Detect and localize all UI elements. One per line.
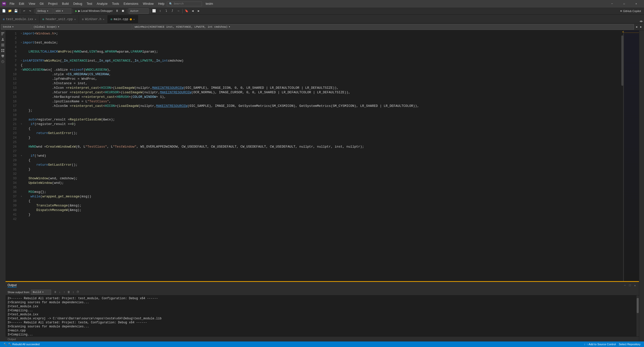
output-maximize-button[interactable]: □ (628, 283, 632, 287)
toolbar-sep-2 (34, 9, 34, 13)
global-scope-dropdown[interactable]: (Global Scope) ▾ (32, 24, 132, 30)
toolbar-btn-8[interactable]: ⤵ (164, 8, 169, 14)
tab-main-cpp[interactable]: ⊞ main.cpp ✕ (108, 15, 138, 23)
function-scope-dropdown[interactable]: wWinMain(HINSTANCE inst, HINSTANCE, LPWS… (133, 24, 634, 30)
github-copilot-button[interactable]: ⊛ GitHub Copilot (618, 9, 643, 13)
output-toolbar-btn-3[interactable]: ↑ (62, 290, 66, 294)
tab-close-icon[interactable]: ✕ (133, 18, 135, 21)
output-toolbar-btn-4[interactable]: 🗑 (67, 290, 71, 294)
project-scope-dropdown[interactable]: testm ▾ (1, 24, 31, 30)
editor-vertical-scrollbar[interactable] (620, 30, 624, 281)
bookmark-button[interactable]: 🔖 (184, 8, 189, 14)
code-line-32 (19, 172, 620, 176)
solution-explorer-icon[interactable] (0, 31, 5, 36)
select-repository-button[interactable]: Select Repository (617, 341, 642, 347)
add-to-source-control-button[interactable]: ↑ ↑ Add to Source Control (583, 341, 617, 347)
prev-bookmark-button[interactable]: ◀ (190, 8, 195, 14)
menu-window[interactable]: Window (141, 2, 156, 6)
output-tab[interactable]: Output (8, 283, 17, 287)
pause-button[interactable]: ⏸ (114, 8, 120, 14)
save-button[interactable]: 💾 (13, 8, 19, 14)
minimize-button[interactable]: ─ (606, 0, 618, 8)
output-toolbar-btn-2[interactable]: ↓ (58, 290, 62, 294)
toolbar-btn-7[interactable]: ↕ (157, 8, 163, 14)
toolbar-btn-9[interactable]: ⤴ (170, 8, 175, 14)
toolbar-btn-6[interactable]: ⬜ (151, 8, 157, 14)
code-text-area[interactable]: ▾ import <Windows.h>; ▾ import test_modu… (19, 30, 620, 281)
toolbar-sep-1 (20, 9, 20, 13)
output-scrollbar-thumb[interactable] (637, 298, 639, 313)
output-panel-header: Output ─ □ ✕ (6, 282, 639, 289)
output-source-dropdown[interactable]: Build ▾ (31, 290, 51, 295)
scope-prev-button[interactable]: ◀ (634, 24, 638, 30)
menu-view[interactable]: View (27, 2, 37, 6)
scroll-right-icon[interactable]: ▶ (641, 19, 643, 23)
scope-next-button[interactable]: ▶ (639, 24, 643, 30)
class-view-icon[interactable] (0, 54, 5, 59)
menu-analyze[interactable]: Analyze (95, 2, 110, 6)
menu-build[interactable]: Build (60, 2, 71, 6)
output-toolbar-btn-6[interactable]: ⏱ (76, 290, 80, 294)
tab-winuser-h[interactable]: ⊞ WinUser.h ✕ (79, 15, 108, 23)
tab-close-icon[interactable]: ✕ (103, 18, 104, 21)
open-button[interactable]: 📁 (7, 8, 13, 14)
menu-file[interactable]: File (8, 2, 16, 6)
code-line-1: ▾ import <Windows.h>; (19, 31, 620, 36)
code-line-33: ShowWindow (wnd, cmdshow); (19, 176, 620, 181)
build-status-item[interactable]: 🔨 🔨 Rebuild All succeeded (2, 341, 41, 347)
tab-close-icon[interactable]: ✕ (74, 18, 76, 21)
run-button[interactable]: ▶ ▶ Local Windows Debugger (74, 9, 114, 13)
fold-arrow[interactable]: ▾ (21, 122, 22, 126)
build-icon: 🔨 (4, 343, 7, 346)
restore-button[interactable]: ☐ (618, 0, 630, 8)
toolbar-btn-10[interactable]: → (176, 8, 181, 14)
fold-arrow[interactable]: ▾ (21, 59, 22, 63)
scrollbar-thumb[interactable] (621, 35, 623, 86)
redo-button[interactable]: ↪ (27, 8, 33, 14)
chevron-down-icon: ▾ (137, 9, 139, 13)
output-content-area: 2>------ Rebuild All started: Project: t… (6, 295, 636, 336)
close-button[interactable]: ✕ (630, 0, 642, 8)
svg-rect-2 (1, 35, 3, 35)
output-toolbar-btn-5[interactable]: ↕ (71, 290, 75, 294)
next-bookmark-button[interactable]: ▶ (196, 8, 202, 14)
tab-test-module-ixx[interactable]: ⊞ test_module.ixx ✕ (0, 15, 39, 23)
auto-dropdown[interactable]: Auto ▾ (129, 8, 149, 14)
menu-tools[interactable]: Tools (110, 2, 121, 6)
new-file-button[interactable]: 📄 (1, 8, 7, 14)
output-minimize-button[interactable]: ─ (623, 283, 627, 287)
tab-header-unit-cpp[interactable]: ⊞ header_unit.cpp ✕ (39, 15, 79, 23)
output-line: 3>Compiling... (8, 333, 634, 336)
resource-view-icon[interactable] (0, 48, 5, 53)
fold-arrow[interactable]: ▾ (21, 40, 22, 45)
output-close-button[interactable]: ✕ (633, 283, 637, 287)
properties-icon[interactable] (0, 42, 5, 48)
search-box[interactable]: 🔍 Search (167, 2, 202, 6)
stop-button[interactable]: ⏹ (120, 8, 126, 14)
output-panel-controls: ─ □ ✕ (623, 283, 637, 287)
config-dropdown[interactable]: Debug ▾ (36, 8, 53, 14)
output-vertical-scrollbar[interactable] (636, 295, 639, 336)
tab-close-icon[interactable]: ✕ (35, 18, 36, 21)
menu-debug[interactable]: Debug (71, 2, 84, 6)
menu-help[interactable]: Help (156, 2, 167, 6)
fold-arrow[interactable]: ▾ (21, 154, 22, 158)
platform-dropdown[interactable]: x64 ▾ (54, 8, 71, 14)
code-line-30: return GetLastError (); (19, 163, 620, 167)
menu-extensions[interactable]: Extensions (122, 2, 140, 6)
code-editor[interactable]: 1 2 3 4 5 6 7 8 9 10 11 12 13 14 15 16 1 (6, 30, 620, 281)
fold-arrow[interactable]: ▾ (21, 68, 22, 72)
menu-project[interactable]: Project (46, 2, 59, 6)
scroll-left-icon[interactable]: ◀ (639, 19, 641, 23)
output-line: 3>Scanning sources for module dependenci… (8, 325, 634, 329)
output-toolbar-btn-1[interactable]: ⏸ (53, 290, 57, 294)
team-explorer-icon[interactable] (0, 37, 5, 42)
git-changes-icon[interactable] (0, 59, 5, 64)
fold-arrow[interactable]: ▾ (21, 31, 22, 36)
fold-arrow[interactable]: ▾ (21, 194, 22, 199)
menu-git[interactable]: Git (38, 2, 46, 6)
code-line-14: .hCursor = reinterpret_cast <HCURSOR>( L… (19, 90, 620, 95)
undo-button[interactable]: ↩ (21, 8, 27, 14)
menu-edit[interactable]: Edit (17, 2, 26, 6)
menu-test[interactable]: Test (85, 2, 94, 6)
